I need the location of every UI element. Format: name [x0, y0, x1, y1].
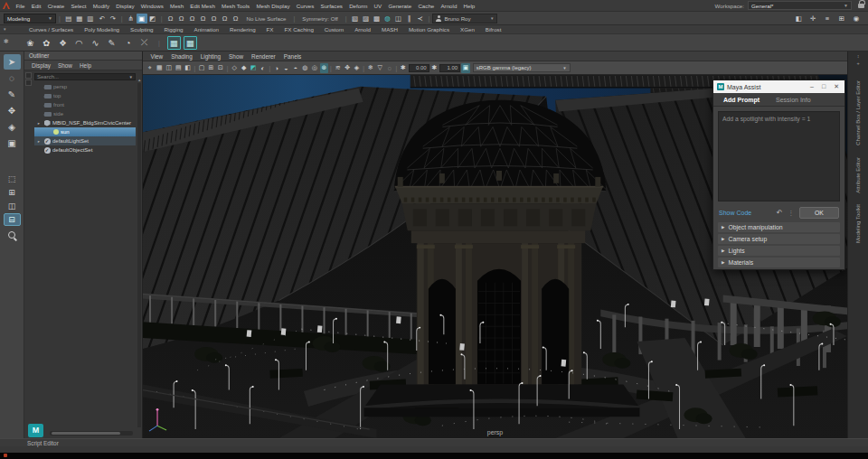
nurbs-cube-icon[interactable]: ✿ — [40, 36, 53, 50]
menu-cache[interactable]: Cache — [415, 3, 438, 9]
shelf-tab-sculpting[interactable]: Sculpting — [125, 26, 158, 33]
close-button[interactable]: ✕ — [834, 83, 839, 90]
safe-action-icon[interactable]: ⊞ — [207, 63, 216, 73]
assist-tab-add-prompt[interactable]: Add Prompt — [715, 94, 768, 106]
field-chart-icon[interactable]: ▢ — [197, 63, 206, 73]
render-frame-icon[interactable]: ▧ — [350, 14, 361, 23]
show-code-link[interactable]: Show Code — [719, 210, 751, 216]
layout-four-pane[interactable]: ⊞ — [4, 186, 21, 199]
move-tool[interactable]: ✥ — [4, 103, 21, 118]
snap-grid-icon[interactable]: Ω — [165, 14, 175, 23]
shelf-tab-arnold[interactable]: Arnold — [349, 26, 376, 33]
plugin-shapes-icon[interactable]: ❄ — [366, 63, 375, 73]
ipr-render-icon[interactable]: ▨ — [361, 14, 372, 23]
nurbs-sphere-icon[interactable]: ❀ — [24, 36, 37, 50]
ep-curve-icon[interactable]: ∿ — [89, 36, 102, 50]
arc-tool-icon[interactable]: ◔ — [121, 36, 135, 50]
outliner-item-defaultobjectset[interactable]: ✓defaultObjectSet — [34, 145, 142, 155]
motion-blur-icon[interactable]: ◓ — [291, 63, 300, 73]
textured-icon[interactable]: ◩ — [249, 63, 258, 73]
wireframe-icon[interactable]: ◇ — [230, 63, 239, 73]
save-scene-icon[interactable]: ▥ — [85, 14, 96, 23]
multisample-icon[interactable]: ◍ — [301, 63, 310, 73]
menu-surfaces[interactable]: Surfaces — [317, 3, 346, 9]
expand-icon[interactable]: ▸ — [36, 121, 42, 126]
shelf-tab-curves-surfaces[interactable]: Curves / Surfaces — [24, 26, 79, 33]
rotate-tool[interactable]: ◈ — [4, 119, 21, 135]
outliner-item-persp[interactable]: persp — [34, 82, 142, 91]
exposure-field[interactable]: 0.00 — [409, 64, 429, 72]
menu-generate[interactable]: Generate — [385, 3, 415, 9]
symmetry-label[interactable]: Symmetry: Off — [297, 15, 342, 22]
depth-of-field-icon[interactable]: ◎ — [310, 63, 319, 73]
maya-logo-badge[interactable]: M — [28, 424, 43, 437]
sidebar-scroll-icon[interactable]: ↕ — [857, 53, 860, 59]
layout-hypergraph[interactable]: ⊟ — [4, 213, 21, 226]
outliner-toggle-icon-2[interactable] — [25, 80, 32, 86]
lock-icon[interactable] — [858, 4, 864, 8]
gate-mask-icon[interactable]: ◧ — [184, 63, 193, 73]
menu-mesh[interactable]: Mesh — [166, 3, 186, 9]
new-scene-icon[interactable]: ▤ — [63, 14, 74, 23]
sidebar-add-icon[interactable]: + — [856, 61, 859, 66]
assist-section-materials[interactable]: ▶Materials — [718, 258, 840, 267]
outliner-item-defaultlightset[interactable]: ▸✓defaultLightSet — [34, 136, 136, 145]
nurbs-plane-icon[interactable]: ❖ — [56, 36, 70, 50]
outliner-item-sun[interactable]: sun — [34, 127, 136, 136]
outliner-menu-help[interactable]: Help — [76, 62, 95, 69]
snap-view-plane-icon[interactable]: Ω — [208, 14, 219, 23]
assist-tab-session-info[interactable]: Session Info — [768, 94, 819, 106]
outliner-menu-display[interactable]: Display — [28, 62, 54, 69]
sidebar-attr-editor-icon[interactable]: ◧ — [793, 14, 804, 23]
outliner-item-top[interactable]: top — [34, 91, 142, 100]
viewport-menu-view[interactable]: View — [146, 53, 167, 60]
sidebar-tool-settings-icon[interactable]: ✛ — [807, 14, 818, 23]
menu-mesh-display[interactable]: Mesh Display — [253, 3, 293, 9]
maya-assist-window[interactable]: M Maya Assist –□✕ Add PromptSession Info… — [712, 80, 845, 270]
lights-icon[interactable]: ◐ — [259, 63, 268, 73]
more-options-icon[interactable]: ⋮ — [788, 210, 795, 217]
viewport-menu-panels[interactable]: Panels — [279, 53, 306, 60]
select-tool[interactable]: ➤ — [4, 54, 21, 70]
menu-curves[interactable]: Curves — [293, 3, 317, 9]
select-hierarchy-icon[interactable]: ⋔ — [126, 14, 137, 23]
shelf-tab-poly-modeling[interactable]: Poly Modeling — [79, 26, 125, 33]
outliner-menu-show[interactable]: Show — [54, 62, 76, 69]
menu-help[interactable]: Help — [460, 3, 478, 9]
paint-select-tool[interactable]: ✎ — [4, 87, 21, 102]
sidebar-modeling-toolkit-icon[interactable]: ⊞ — [836, 14, 847, 23]
layout-persp-outliner[interactable]: ◫ — [4, 200, 21, 212]
outliner-item-mbid_nsf_bldgsimciviccenter[interactable]: ▸MBID_NSF_BldgSimCivicCenter — [34, 118, 142, 127]
shelf-tab-fx-caching[interactable]: FX Caching — [279, 26, 319, 33]
menu-windows[interactable]: Windows — [137, 3, 166, 9]
outliner-item-side[interactable]: side — [34, 109, 142, 118]
scale-tool[interactable]: ▣ — [4, 136, 21, 151]
select-object-icon[interactable]: ▣ — [137, 14, 147, 23]
render-settings-icon[interactable]: ▩ — [372, 14, 382, 23]
hud-icon[interactable]: ▽ — [376, 63, 385, 73]
shelf-menu-icon[interactable]: ▾ — [4, 26, 6, 32]
snap-extra-icon[interactable]: Ω — [230, 14, 241, 23]
shelf-tab-xgen[interactable]: XGen — [455, 26, 480, 33]
assist-section-camera-setup[interactable]: ▶Camera setup — [718, 234, 840, 244]
cv-curve-icon[interactable]: ◠ — [72, 36, 86, 50]
shelf-tab-rendering[interactable]: Rendering — [224, 26, 261, 33]
outliner-hscrollbar[interactable] — [50, 431, 133, 436]
shelf-tab-bifrost[interactable]: Bifrost — [480, 26, 507, 33]
shelf-highlight-icon-1[interactable]: ▦ — [167, 36, 181, 50]
shelf-gear-icon[interactable]: ✱ — [4, 38, 9, 45]
greasepencil-icon[interactable]: ◌ — [385, 63, 394, 73]
shelf-tab-rigging[interactable]: Rigging — [159, 26, 189, 33]
menu-uv[interactable]: UV — [371, 3, 385, 9]
make-live-icon[interactable]: Ω — [219, 14, 230, 23]
outliner-toggle-icon-1[interactable] — [25, 72, 32, 79]
viewport-menu-shading[interactable]: Shading — [167, 53, 196, 60]
shelf-tab-custom[interactable]: Custom — [319, 26, 349, 33]
viewport-menu-lighting[interactable]: Lighting — [196, 53, 224, 60]
pencil-curve-icon[interactable]: ✎ — [105, 36, 118, 50]
menu-edit-mesh[interactable]: Edit Mesh — [187, 3, 219, 9]
xray-icon[interactable]: ≋ — [334, 63, 343, 73]
workspace-selector[interactable]: General*▼ — [748, 1, 852, 10]
selection-highlight-icon[interactable]: ◈ — [353, 63, 362, 73]
screen-space-ao-icon[interactable]: ◒ — [282, 63, 291, 73]
